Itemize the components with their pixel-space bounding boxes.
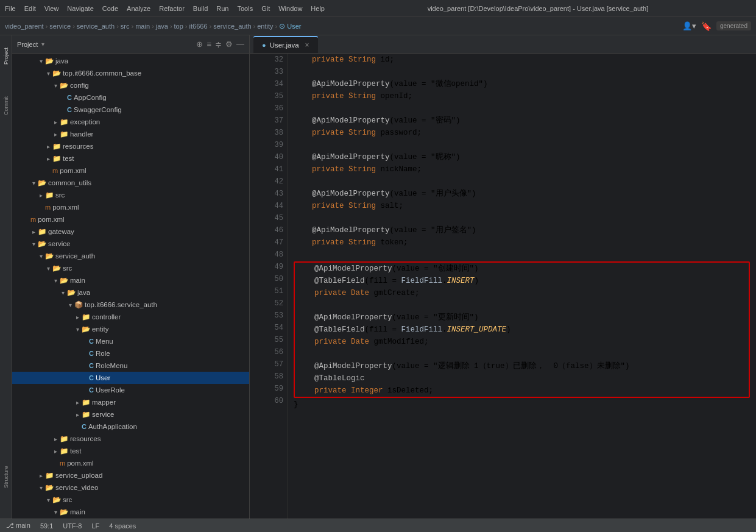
- tree-item[interactable]: ▸📁test: [12, 152, 249, 165]
- gutter-line: [250, 310, 260, 322]
- tree-item[interactable]: ▾📂src: [12, 262, 249, 274]
- breadcrumb-item-10[interactable]: User: [287, 23, 301, 30]
- tab-user-java[interactable]: ● User.java ×: [253, 36, 318, 53]
- menu-view[interactable]: View: [44, 5, 59, 12]
- tree-item[interactable]: ▾📂common_utils: [12, 177, 249, 189]
- tree-item[interactable]: mpom.xml: [12, 457, 249, 469]
- tree-item[interactable]: ▸📁controller: [12, 311, 249, 323]
- tree-item[interactable]: CUserRole: [12, 384, 249, 396]
- tree-item[interactable]: ▾📂java: [12, 55, 249, 67]
- breadcrumb-item-6[interactable]: top: [174, 23, 183, 30]
- breadcrumb-item-7[interactable]: it6666: [189, 23, 208, 30]
- menu-code[interactable]: Code: [102, 5, 118, 12]
- status-encoding[interactable]: UTF-8: [63, 522, 82, 530]
- tree-item[interactable]: ▸📁handler: [12, 128, 249, 140]
- tree-item[interactable]: ▾📂service_video: [12, 481, 249, 494]
- tree-item[interactable]: ▾📂config: [12, 79, 249, 91]
- panel-arrow[interactable]: ▾: [41, 41, 44, 48]
- code-line: @TableLogic: [296, 372, 747, 385]
- tree-item[interactable]: ▾📂java: [12, 286, 249, 299]
- tree-item[interactable]: ▸📁src: [12, 189, 249, 201]
- menu-navigate[interactable]: Navigate: [67, 5, 93, 12]
- bookmark-icon[interactable]: 🔖: [701, 21, 712, 31]
- sidebar-icon-commit[interactable]: Commit: [0, 88, 12, 124]
- tree-item[interactable]: CSwaggerConfig: [12, 104, 249, 116]
- tree-arrow: ▾: [44, 265, 52, 272]
- tree-item[interactable]: ▾📂top.it6666.common_base: [12, 67, 249, 79]
- tree-icon-folder: 📁: [45, 191, 54, 199]
- tree-item-label: src: [63, 496, 72, 503]
- tree-icon-folder-open: 📂: [60, 81, 68, 90]
- tree-item[interactable]: mpom.xml: [12, 213, 249, 225]
- tree-item[interactable]: ▸📁resources: [12, 433, 249, 445]
- status-line-ending[interactable]: LF: [92, 522, 100, 530]
- tree-item[interactable]: ▾📂entity: [12, 323, 249, 335]
- tree-arrow: ▾: [29, 180, 38, 186]
- code-content[interactable]: private String id; @ApiModelProperty(val…: [288, 54, 756, 519]
- tree-item-label: UserRole: [96, 386, 125, 394]
- panel-icon-collapse[interactable]: ≡: [207, 40, 211, 49]
- tree-item[interactable]: ▾📂src: [12, 494, 249, 506]
- tree-item[interactable]: mpom.xml: [12, 165, 249, 177]
- tree-item-label: exception: [70, 118, 100, 126]
- tab-close-button[interactable]: ×: [305, 41, 309, 49]
- panel-icon-gear[interactable]: ⚙: [225, 40, 233, 49]
- tree-item[interactable]: ▾📂service_auth: [12, 250, 249, 262]
- tree-item[interactable]: ▸📁test: [12, 445, 249, 457]
- account-icon[interactable]: 👤▾: [682, 21, 696, 30]
- breadcrumb-item-3[interactable]: src: [121, 23, 130, 30]
- sidebar-icon-project[interactable]: Project: [0, 38, 12, 74]
- highlighted-code-block: @ApiModelProperty(value = "创建时间") @Table…: [294, 261, 750, 398]
- menu-bar[interactable]: File Edit View Navigate Code Analyze Ref…: [5, 5, 325, 12]
- tree-item[interactable]: ▾📂main: [12, 506, 249, 518]
- breadcrumb-item-2[interactable]: service_auth: [77, 23, 115, 30]
- line-number: 38: [260, 127, 283, 139]
- menu-refactor[interactable]: Refactor: [159, 5, 185, 12]
- tree-item[interactable]: ▸📁resources: [12, 140, 249, 152]
- tree-item[interactable]: ▸📁service: [12, 408, 249, 420]
- tree-item[interactable]: ▸📁mapper: [12, 396, 249, 408]
- menu-help[interactable]: Help: [311, 5, 325, 12]
- menu-analyze[interactable]: Analyze: [127, 5, 150, 12]
- menu-tools[interactable]: Tools: [237, 5, 253, 12]
- breadcrumb-item-1[interactable]: service: [49, 23, 71, 30]
- status-indent[interactable]: 4 spaces: [109, 522, 136, 530]
- tree-item[interactable]: CUser: [12, 372, 249, 384]
- tree-item[interactable]: ▸📁service_upload: [12, 469, 249, 481]
- tree-icon-folder: 📁: [52, 154, 61, 163]
- panel-icon-minimize[interactable]: —: [236, 40, 244, 49]
- breadcrumb-item-4[interactable]: main: [135, 23, 150, 30]
- panel-icon-locate[interactable]: ⊕: [196, 40, 203, 49]
- tree-arrow: ▾: [73, 326, 82, 333]
- menu-run[interactable]: Run: [216, 5, 228, 12]
- gutter-line: [250, 90, 260, 102]
- code-line: private Date gmtModified;: [296, 336, 747, 348]
- gutter-line: [250, 212, 260, 224]
- tree-item[interactable]: ▾📂service: [12, 238, 249, 250]
- tree-item[interactable]: ▾📂main: [12, 274, 249, 286]
- status-branch[interactable]: ⎇ main: [6, 522, 30, 530]
- menu-git[interactable]: Git: [261, 5, 270, 12]
- tree-item[interactable]: CMenu: [12, 335, 249, 347]
- tree-item[interactable]: CAuthApplication: [12, 420, 249, 433]
- breadcrumb-item-0[interactable]: video_parent: [5, 23, 44, 30]
- sidebar-icon-structure[interactable]: Structure: [0, 459, 12, 495]
- panel-icon-settings[interactable]: ≑: [215, 40, 222, 49]
- tree-arrow: ▸: [51, 448, 60, 455]
- tree-item[interactable]: CAppConfig: [12, 91, 249, 104]
- breadcrumb-item-5[interactable]: java: [156, 23, 168, 30]
- menu-window[interactable]: Window: [278, 5, 302, 12]
- tree-item[interactable]: ▸📁gateway: [12, 225, 249, 238]
- tree-item[interactable]: CRoleMenu: [12, 360, 249, 372]
- tree-item[interactable]: mpom.xml: [12, 201, 249, 213]
- menu-file[interactable]: File: [5, 5, 16, 12]
- tree-item[interactable]: CRole: [12, 347, 249, 360]
- tree-item[interactable]: ▾📦top.it6666.service_auth: [12, 299, 249, 311]
- breadcrumb-item-8[interactable]: service_auth: [213, 23, 251, 30]
- tab-bar: ● User.java ×: [250, 35, 756, 54]
- tree-item[interactable]: ▸📁exception: [12, 116, 249, 128]
- menu-edit[interactable]: Edit: [24, 5, 36, 12]
- tree-icon-folder: 📂: [60, 508, 68, 516]
- menu-build[interactable]: Build: [193, 5, 208, 12]
- breadcrumb-item-9[interactable]: entity: [257, 23, 273, 30]
